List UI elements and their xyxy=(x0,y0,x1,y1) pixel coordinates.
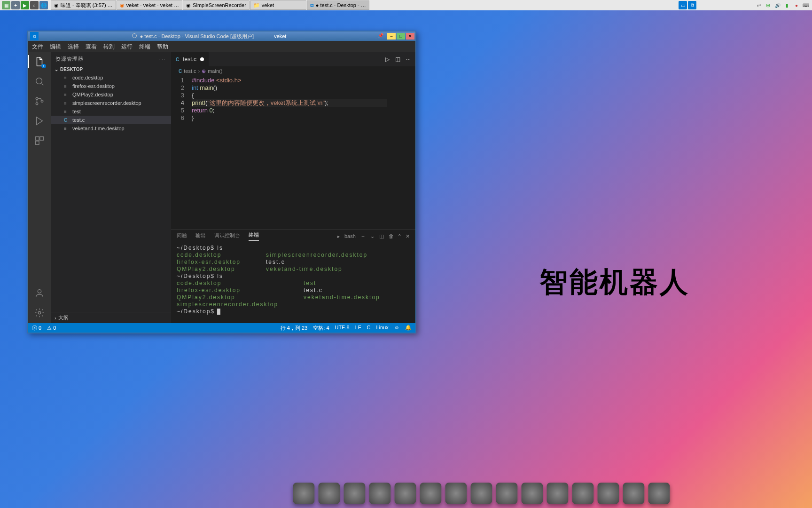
terminal-shell-icon[interactable]: ▸ xyxy=(337,234,340,239)
file-item[interactable]: Ctest.c xyxy=(51,116,171,124)
dock-app-icon[interactable] xyxy=(344,483,365,504)
trash-icon[interactable]: 🗑 xyxy=(389,233,394,239)
dock-app-icon[interactable] xyxy=(496,483,517,504)
split-terminal-icon[interactable]: ◫ xyxy=(379,233,384,239)
file-item[interactable]: ≡simplescreenrecorder.desktop xyxy=(51,99,171,107)
taskbar-window[interactable]: ⧉● test.c - Desktop - … xyxy=(307,0,369,10)
terminal-output[interactable]: ~/Desktop$ ls code.desktopsimplescreenre… xyxy=(171,243,415,323)
run-debug-icon[interactable] xyxy=(34,115,45,127)
chevron-right-icon: › xyxy=(55,315,56,321)
taskbar-window[interactable]: ◉veket - veket - veket … xyxy=(117,0,182,10)
launcher-icon[interactable]: ▶ xyxy=(21,1,29,9)
launcher-icon[interactable]: ✦ xyxy=(11,1,20,9)
desktop-watermark: 智能机器人 xyxy=(539,263,690,302)
tray-battery-icon[interactable]: ▮ xyxy=(783,1,791,9)
more-icon[interactable]: ··· xyxy=(406,56,411,63)
account-icon[interactable] xyxy=(34,287,45,299)
outline-header[interactable]: › 大纲 xyxy=(51,312,171,323)
tray-icon[interactable]: ▭ xyxy=(679,1,687,9)
menu-view[interactable]: 查看 xyxy=(86,43,97,51)
maximize-panel-icon[interactable]: ^ xyxy=(398,233,401,239)
status-encoding[interactable]: UTF-8 xyxy=(335,325,350,332)
tray-keyboard-icon[interactable]: ⌨ xyxy=(802,1,810,9)
status-indent[interactable]: 空格: 4 xyxy=(313,325,329,332)
dock-app-icon[interactable] xyxy=(623,483,644,504)
terminal-dropdown-icon[interactable]: ⌄ xyxy=(370,233,375,239)
settings-icon[interactable] xyxy=(34,307,45,318)
tray-icon[interactable]: ⧉ xyxy=(688,1,696,9)
menu-edit[interactable]: 编辑 xyxy=(50,43,61,51)
dock-app-icon[interactable] xyxy=(394,483,416,504)
dock-app-icon[interactable] xyxy=(648,483,670,504)
tray-network-icon[interactable]: ⇄ xyxy=(755,1,763,9)
close-button[interactable]: ✕ xyxy=(406,33,414,40)
explorer-more-icon[interactable]: ··· xyxy=(159,56,166,62)
explorer-sidebar: 资源管理器 ··· ⌄ DESKTOP ≡code.desktop ≡firef… xyxy=(51,52,171,323)
dock-app-icon[interactable] xyxy=(445,483,467,504)
tray-volume-icon[interactable]: 🔊 xyxy=(773,1,782,9)
split-icon[interactable]: ◫ xyxy=(395,56,400,63)
launcher-icon[interactable]: 🌐 xyxy=(39,1,48,9)
file-item[interactable]: ≡veketand-time.desktop xyxy=(51,124,171,133)
dock-app-icon[interactable] xyxy=(521,483,543,504)
folder-header[interactable]: ⌄ DESKTOP xyxy=(51,65,171,73)
pin-icon[interactable]: 📌 xyxy=(378,33,383,40)
menu-help[interactable]: 帮助 xyxy=(157,43,168,51)
minimap[interactable] xyxy=(387,76,415,229)
breadcrumb[interactable]: C test.c › ⊕ main() xyxy=(171,66,415,76)
window-titlebar[interactable]: ⧉ ● test.c - Desktop - Visual Studio Cod… xyxy=(28,32,415,41)
dock-app-icon[interactable] xyxy=(420,483,441,504)
terminal-shell-name[interactable]: bash xyxy=(344,233,356,239)
dock-app-icon[interactable] xyxy=(547,483,568,504)
status-cursor-pos[interactable]: 行 4，列 23 xyxy=(281,325,307,332)
svg-rect-6 xyxy=(36,141,39,144)
taskbar-window[interactable]: ◉味道 - 辛晓琪 (3:57) … xyxy=(51,0,116,10)
dock-app-icon[interactable] xyxy=(597,483,619,504)
panel-tab-output[interactable]: 输出 xyxy=(195,232,206,241)
launcher-icon[interactable]: ⌂ xyxy=(30,1,39,9)
file-item[interactable]: ≡QMPlay2.desktop xyxy=(51,90,171,99)
new-terminal-icon[interactable]: ＋ xyxy=(360,233,366,240)
search-icon[interactable] xyxy=(34,76,45,87)
run-icon[interactable]: ▷ xyxy=(385,56,390,63)
panel-tab-debug[interactable]: 调试控制台 xyxy=(214,232,240,241)
dock-app-icon[interactable] xyxy=(369,483,390,504)
source-control-icon[interactable] xyxy=(34,95,45,107)
editor-tab[interactable]: C test.c xyxy=(171,52,209,66)
maximize-button[interactable]: □ xyxy=(397,33,405,40)
dock-app-icon[interactable] xyxy=(572,483,593,504)
status-warnings[interactable]: ⚠ 0 xyxy=(47,325,56,331)
status-language[interactable]: C xyxy=(367,325,371,332)
status-eol[interactable]: LF xyxy=(355,325,361,332)
code-editor[interactable]: 123456 #include <stdio.h> int main() { p… xyxy=(171,76,415,229)
explorer-icon[interactable]: 1 xyxy=(34,56,45,67)
file-item[interactable]: ≡test xyxy=(51,107,171,116)
status-bell-icon[interactable]: 🔔 xyxy=(405,325,412,332)
file-item[interactable]: ≡code.desktop xyxy=(51,73,171,82)
file-item[interactable]: ≡firefox-esr.desktop xyxy=(51,82,171,90)
dock-app-icon[interactable] xyxy=(470,483,492,504)
tray-record-icon[interactable]: ● xyxy=(792,1,801,9)
menu-go[interactable]: 转到 xyxy=(103,43,115,51)
close-panel-icon[interactable]: ✕ xyxy=(406,233,410,239)
panel-tab-terminal[interactable]: 终端 xyxy=(249,231,259,241)
dock-app-icon[interactable] xyxy=(293,483,314,504)
menu-file[interactable]: 文件 xyxy=(32,43,43,51)
status-os[interactable]: Linux xyxy=(376,325,388,332)
dock-app-icon[interactable] xyxy=(318,483,340,504)
tray-shield-icon[interactable]: ⛨ xyxy=(764,1,773,9)
minimize-button[interactable]: – xyxy=(387,33,396,40)
status-errors[interactable]: ⓧ 0 xyxy=(32,325,41,332)
menu-selection[interactable]: 选择 xyxy=(68,43,79,51)
menu-terminal[interactable]: 终端 xyxy=(139,43,150,51)
modified-dot-icon xyxy=(200,57,204,61)
explorer-badge: 1 xyxy=(41,64,46,68)
status-feedback-icon[interactable]: ☺ xyxy=(394,325,399,332)
launcher-icon[interactable]: ▦ xyxy=(2,1,10,9)
taskbar-window[interactable]: ◉SimpleScreenRecorder xyxy=(183,0,250,10)
file-icon: ≡ xyxy=(64,109,70,114)
panel-tab-problems[interactable]: 问题 xyxy=(177,232,187,241)
extensions-icon[interactable] xyxy=(34,135,45,146)
taskbar-window[interactable]: 📁veket xyxy=(250,0,306,10)
menu-run[interactable]: 运行 xyxy=(121,43,133,51)
